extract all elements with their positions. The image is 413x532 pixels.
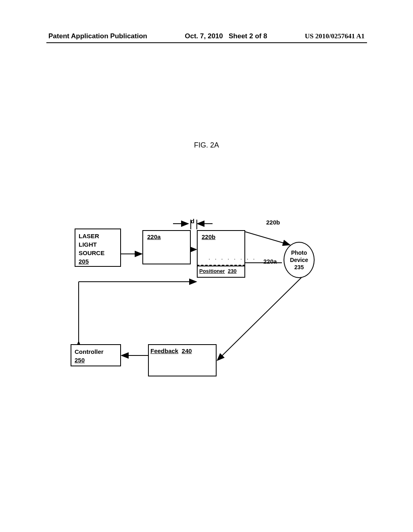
laser-light-source-box: LASER LIGHT SOURCE 205 xyxy=(75,229,121,267)
header-date-sheet: Oct. 7, 2010 Sheet 2 of 8 xyxy=(185,32,267,40)
dots-separator: . . . . . . . . xyxy=(209,254,256,261)
photo-device-ellipse: Photo Device 235 xyxy=(284,242,315,278)
header-publication-type: Patent Application Publication xyxy=(48,32,147,40)
block-diagram: d 220b 220a LASER LIGHT SOURCE 205 220a … xyxy=(71,220,345,401)
gap-d-label: d xyxy=(191,218,194,224)
svg-line-7 xyxy=(245,232,289,245)
positioner-box: Positioner 230 xyxy=(197,266,245,278)
svg-line-9 xyxy=(218,278,301,360)
feedback-box: Feedback 240 xyxy=(148,344,217,376)
label-220b-top: 220b xyxy=(266,219,280,226)
page-header: Patent Application Publication Oct. 7, 2… xyxy=(0,32,413,40)
header-divider xyxy=(46,42,367,43)
box-220a: 220a xyxy=(142,230,191,264)
header-publication-number: US 2010/0257641 A1 xyxy=(305,32,365,40)
figure-title: FIG. 2A xyxy=(0,141,413,150)
controller-box: Controller 250 xyxy=(71,344,121,366)
label-220a-side: 220a xyxy=(263,258,277,265)
